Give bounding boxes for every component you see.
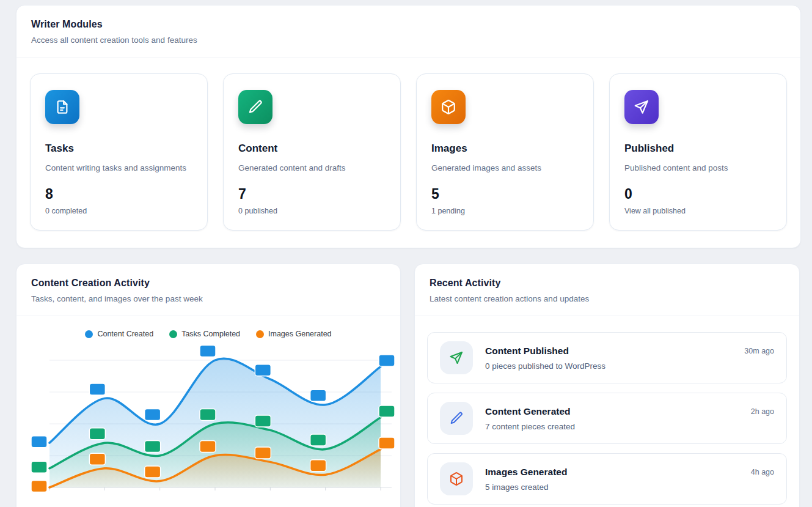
module-sub-label: 1 pending: [431, 207, 579, 215]
activity-description: 0 pieces published to WordPress: [485, 361, 774, 371]
module-count: 5: [431, 186, 579, 202]
activity-title: Images Generated: [485, 467, 567, 478]
activity-body: Content Published 30m ago 0 pieces publi…: [485, 346, 774, 371]
legend-item[interactable]: Content Created: [85, 330, 153, 338]
module-card-tasks[interactable]: Tasks Content writing tasks and assignme…: [30, 73, 208, 231]
send-icon: [624, 90, 659, 124]
page-title: Writer Modules: [31, 19, 786, 30]
chart-header: Content Creation Activity Tasks, content…: [16, 264, 400, 316]
recent-activity-subtitle: Latest content creation actions and upda…: [430, 294, 785, 303]
activity-time: 2h ago: [751, 406, 774, 416]
bottom-row: Content Creation Activity Tasks, content…: [16, 264, 801, 507]
activity-title: Content Published: [485, 346, 569, 357]
module-title: Tasks: [45, 142, 192, 155]
legend-label: Content Created: [97, 330, 153, 338]
module-title: Images: [431, 142, 579, 155]
activity-list: Content Published 30m ago 0 pieces publi…: [415, 316, 799, 507]
module-card-content[interactable]: Content Generated content and drafts 7 0…: [223, 73, 401, 231]
legend-label: Tasks Completed: [181, 330, 240, 338]
chart-wrap: [16, 341, 400, 507]
file-text-icon: [45, 90, 79, 124]
send-icon: [440, 341, 473, 374]
activity-body: Images Generated 4h ago 5 images created: [485, 467, 774, 492]
module-count: 8: [45, 186, 192, 202]
chart-legend: Content CreatedTasks CompletedImages Gen…: [16, 316, 400, 341]
activity-item-content-generated[interactable]: Content Generated 2h ago 7 content piece…: [427, 393, 787, 444]
legend-dot-icon: [169, 330, 177, 338]
content-creation-activity-panel: Content Creation Activity Tasks, content…: [16, 264, 401, 507]
module-description: Content writing tasks and assignments: [45, 163, 192, 172]
activity-time: 30m ago: [744, 346, 774, 355]
legend-item[interactable]: Tasks Completed: [169, 330, 240, 338]
activity-item-content-published[interactable]: Content Published 30m ago 0 pieces publi…: [427, 332, 787, 383]
activity-description: 7 content pieces created: [485, 422, 774, 431]
cube-icon: [440, 462, 473, 495]
recent-activity-title: Recent Activity: [430, 278, 785, 289]
module-sub-label: View all published: [624, 207, 772, 215]
module-sub-label: 0 completed: [45, 207, 192, 215]
activity-body: Content Generated 2h ago 7 content piece…: [485, 406, 774, 431]
chart-title: Content Creation Activity: [31, 278, 386, 289]
module-sub-label: 0 published: [238, 207, 386, 215]
legend-dot-icon: [256, 330, 264, 338]
recent-activity-header: Recent Activity Latest content creation …: [415, 264, 799, 316]
module-card-images[interactable]: Images Generated images and assets 5 1 p…: [416, 73, 594, 231]
pencil-icon: [238, 90, 272, 124]
activity-title: Content Generated: [485, 406, 571, 417]
module-title: Published: [624, 142, 772, 155]
module-count: 7: [238, 186, 386, 202]
activity-time: 4h ago: [751, 467, 774, 476]
activity-description: 5 images created: [485, 483, 774, 492]
cube-icon: [431, 90, 466, 124]
module-description: Generated images and assets: [431, 163, 579, 172]
activity-area-chart: [21, 344, 397, 506]
writer-modules-panel: Writer Modules Access all content creati…: [16, 5, 801, 248]
module-count: 0: [624, 186, 772, 202]
module-description: Published content and posts: [624, 163, 772, 172]
modules-grid: Tasks Content writing tasks and assignme…: [16, 57, 800, 248]
writer-modules-header: Writer Modules Access all content creati…: [16, 6, 800, 57]
module-card-published[interactable]: Published Published content and posts 0 …: [609, 73, 787, 231]
module-description: Generated content and drafts: [238, 163, 386, 172]
recent-activity-panel: Recent Activity Latest content creation …: [414, 264, 800, 507]
page-subtitle: Access all content creation tools and fe…: [31, 35, 786, 45]
pencil-icon: [440, 402, 473, 435]
legend-dot-icon: [85, 330, 93, 338]
legend-label: Images Generated: [268, 330, 332, 338]
module-title: Content: [238, 142, 386, 155]
activity-item-images-generated[interactable]: Images Generated 4h ago 5 images created: [427, 453, 787, 505]
chart-subtitle: Tasks, content, and images over the past…: [31, 294, 386, 303]
legend-item[interactable]: Images Generated: [256, 330, 332, 338]
